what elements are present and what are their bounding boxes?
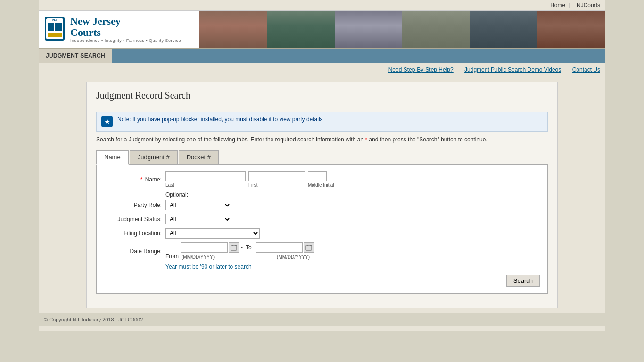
- search-button-row: Search: [104, 275, 540, 287]
- search-button[interactable]: Search: [506, 275, 540, 287]
- help-bar: Need Step-By-Step Help? Judgment Public …: [39, 63, 605, 77]
- last-name-input[interactable]: [165, 171, 246, 181]
- banner-seg-2: [267, 11, 334, 48]
- date-to-calendar-button[interactable]: [304, 242, 314, 253]
- footer: © Copyright NJ Judiciary 2018 | JCFC0002: [39, 313, 605, 326]
- main-content: Judgment Record Search ★ Note: If you ha…: [86, 82, 558, 308]
- date-range-row: Date Range: From: [104, 242, 540, 260]
- judgment-status-label: Judgment Status:: [104, 216, 165, 222]
- site-header: NJ New Jersey Courts Independence • Inte…: [39, 11, 605, 49]
- svg-rect-2: [48, 23, 54, 31]
- to-date-format-hint: (MM/DD/YYYY): [277, 255, 310, 260]
- footer-copyright: © Copyright NJ Judiciary 2018: [44, 317, 114, 322]
- filing-location-label: Filing Location:: [104, 230, 165, 237]
- home-link[interactable]: Home: [550, 2, 565, 8]
- middle-initial-label: Middle Initial: [308, 182, 334, 188]
- last-name-label: Last: [165, 182, 246, 188]
- search-form: * Name: Last First: [96, 165, 548, 294]
- banner-seg-1: [199, 11, 267, 48]
- last-name-group: Last: [165, 171, 246, 188]
- nj-courts-shield-icon: NJ: [44, 16, 66, 42]
- name-row: * Name: Last First: [104, 171, 540, 188]
- optional-label: Optional:: [165, 191, 540, 198]
- first-name-label: First: [248, 182, 305, 188]
- name-fields: Last First Middle Initial: [165, 171, 334, 188]
- logo-text: New Jersey Courts Independence • Integri…: [70, 16, 181, 43]
- step-by-step-link[interactable]: Need Step-By-Step Help?: [388, 66, 454, 73]
- logo-area: NJ New Jersey Courts Independence • Inte…: [39, 11, 199, 48]
- tab-name[interactable]: Name: [96, 150, 129, 165]
- logo-courts: Courts: [70, 26, 101, 38]
- nav-separator: |: [569, 2, 570, 8]
- tab-docket[interactable]: Docket #: [179, 150, 219, 164]
- from-date-format-hint: (MM/DD/YYYY): [182, 255, 215, 260]
- instruction-text: Search for a Judgment by selecting one o…: [96, 136, 548, 143]
- date-from-input[interactable]: [181, 242, 228, 253]
- party-role-label: Party Role:: [104, 202, 165, 208]
- judgment-search-nav[interactable]: JUDGMENT SEARCH: [39, 49, 112, 63]
- banner-seg-4: [402, 11, 470, 48]
- filing-location-row: Filing Location: All Atlantic Bergen Bur…: [104, 228, 540, 239]
- header-banner: [199, 11, 605, 48]
- middle-initial-group: Middle Initial: [308, 171, 334, 188]
- calendar-icon-2: [305, 244, 312, 251]
- year-note: Year must be '90 or later to search: [165, 263, 540, 270]
- logo-newjersey: New Jersey: [70, 15, 121, 27]
- banner-seg-3: [335, 11, 402, 48]
- to-label: To: [246, 244, 252, 251]
- name-label-text: Name:: [145, 176, 162, 183]
- banner-seg-6: [537, 11, 605, 48]
- instruction-before: Search for a Judgment by selecting one o…: [96, 136, 363, 143]
- svg-rect-6: [231, 245, 237, 250]
- navigation-menu: JUDGMENT SEARCH: [39, 49, 605, 63]
- name-required-marker: *: [140, 176, 143, 183]
- page-title: Judgment Record Search: [96, 90, 548, 105]
- date-range-label: Date Range:: [104, 248, 165, 255]
- svg-rect-3: [55, 23, 62, 31]
- from-label: From: [165, 253, 179, 260]
- info-text: Note: If you have pop-up blocker install…: [117, 116, 323, 123]
- svg-text:NJ: NJ: [52, 18, 57, 22]
- party-role-row: Party Role: All Creditor Debtor: [104, 200, 540, 210]
- logo-tagline: Independence • Integrity • Fairness • Qu…: [70, 38, 181, 43]
- svg-rect-10: [306, 245, 312, 250]
- date-separator: -: [241, 244, 243, 251]
- date-range-fields: From: [165, 242, 314, 260]
- tab-judgment[interactable]: Judgment #: [130, 150, 178, 164]
- date-to-input[interactable]: [256, 242, 303, 253]
- first-name-group: First: [248, 171, 305, 188]
- date-from-calendar-button[interactable]: [229, 242, 239, 253]
- info-star-icon: ★: [101, 116, 113, 127]
- instruction-after: and then press the "Search" button to co…: [369, 136, 487, 143]
- judgment-status-row: Judgment Status: All Active Satisfied Va…: [104, 214, 540, 224]
- name-label: * Name:: [104, 176, 165, 183]
- contact-us-link[interactable]: Contact Us: [572, 66, 600, 73]
- first-name-input[interactable]: [248, 171, 305, 181]
- demo-videos-link[interactable]: Judgment Public Search Demo Videos: [464, 66, 561, 73]
- svg-rect-4: [48, 33, 62, 37]
- top-navigation: Home | NJCourts: [39, 0, 605, 11]
- njcourts-link[interactable]: NJCourts: [577, 2, 600, 8]
- search-tabs: Name Judgment # Docket #: [96, 150, 548, 165]
- calendar-icon: [231, 244, 237, 251]
- party-role-select[interactable]: All Creditor Debtor: [165, 200, 231, 210]
- footer-code: JCFC0002: [118, 317, 143, 322]
- banner-seg-5: [470, 11, 537, 48]
- middle-initial-input[interactable]: [308, 171, 327, 181]
- info-box: ★ Note: If you have pop-up blocker insta…: [96, 112, 548, 132]
- filing-location-select[interactable]: All Atlantic Bergen Burlington Camden Es…: [165, 228, 260, 239]
- judgment-status-select[interactable]: All Active Satisfied Vacated: [165, 214, 231, 224]
